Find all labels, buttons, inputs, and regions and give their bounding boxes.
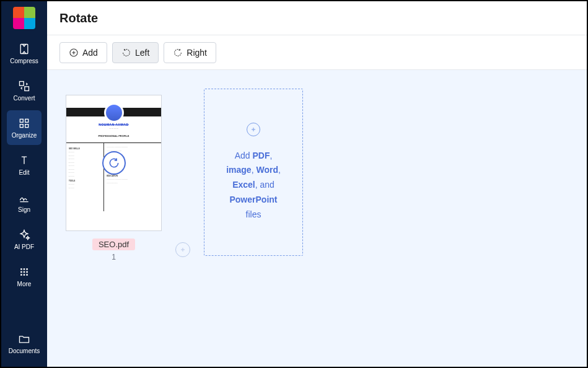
svg-rect-8 — [24, 268, 25, 270]
dz-prefix: Add — [235, 151, 253, 160]
sidebar-item-label: Compress — [10, 58, 38, 64]
main: Rotate Add Left Right NOUMAN AHMAD — — —… — [47, 1, 587, 367]
svg-rect-14 — [24, 274, 25, 276]
dz-type: image — [226, 165, 251, 175]
sidebar-item-label: More — [17, 281, 32, 287]
button-label: Left — [135, 48, 149, 58]
plus-icon — [179, 246, 186, 253]
button-label: Add — [82, 48, 98, 58]
svg-rect-13 — [20, 274, 22, 276]
rotate-overlay-button[interactable] — [102, 151, 126, 175]
plus-circle-icon — [247, 123, 260, 136]
button-label: Right — [186, 48, 207, 58]
svg-rect-12 — [26, 271, 28, 273]
preview-subtitle: SEO SKILLS — [69, 147, 101, 150]
sidebar-item-compress[interactable]: Compress — [7, 36, 42, 71]
svg-rect-11 — [24, 271, 25, 273]
preview-subtitle: EDUCATION — [107, 175, 159, 177]
sidebar-item-label: Documents — [9, 348, 40, 354]
svg-rect-2 — [25, 86, 29, 90]
sidebar-item-edit[interactable]: Edit — [7, 147, 42, 182]
organize-icon — [18, 117, 30, 129]
folder-icon — [18, 333, 30, 345]
document-filename: SEO.pdf — [92, 239, 135, 250]
dropzone-text: Add PDF, image, Word, Excel, and PowerPo… — [226, 149, 281, 222]
app-logo[interactable] — [1, 1, 47, 35]
rotate-left-button[interactable]: Left — [112, 42, 159, 63]
add-file-dropzone[interactable]: Add PDF, image, Word, Excel, and PowerPo… — [204, 89, 303, 256]
dz-type: PowerPoint — [229, 195, 277, 204]
svg-rect-3 — [20, 119, 23, 122]
edit-icon — [18, 154, 30, 167]
svg-rect-4 — [25, 119, 29, 122]
header: Rotate — [47, 1, 587, 35]
add-button[interactable]: Add — [59, 42, 107, 63]
preview-name: NOUMAN AHMAD — [66, 123, 161, 126]
sidebar-item-convert[interactable]: Convert — [7, 73, 42, 108]
document-thumbnail[interactable]: NOUMAN AHMAD — — — — PROFESSIONAL PROFIL… — [66, 95, 162, 231]
sidebar: Compress Convert Organize Edit Sign AI P… — [1, 1, 47, 367]
dz-type: Word — [256, 165, 278, 175]
dz-type: PDF — [252, 151, 270, 160]
sidebar-item-more[interactable]: More — [7, 259, 42, 294]
sidebar-item-ai-pdf[interactable]: AI PDF — [7, 222, 42, 256]
toolbar: Add Left Right — [47, 35, 587, 70]
svg-rect-9 — [26, 268, 28, 270]
sidebar-item-label: Edit — [19, 169, 29, 176]
svg-rect-1 — [20, 81, 24, 85]
sidebar-item-label: AI PDF — [14, 243, 34, 250]
insert-between-button[interactable] — [175, 242, 190, 257]
workspace: NOUMAN AHMAD — — — — PROFESSIONAL PROFIL… — [47, 70, 587, 367]
svg-rect-5 — [20, 124, 23, 127]
sidebar-item-sign[interactable]: Sign — [7, 185, 42, 219]
sidebar-item-label: Sign — [18, 206, 30, 213]
preview-section-title: PROFESSIONAL PROFILE — [66, 134, 161, 138]
dz-type: Excel — [232, 180, 255, 190]
page-title: Rotate — [59, 11, 98, 25]
svg-rect-7 — [20, 268, 22, 270]
dz-suffix: files — [246, 209, 261, 219]
rotate-right-icon — [173, 48, 183, 58]
rotate-right-icon — [108, 157, 120, 169]
sidebar-item-documents[interactable]: Documents — [7, 326, 42, 361]
ai-icon — [18, 229, 30, 241]
compress-icon — [18, 43, 30, 55]
sidebar-item-organize[interactable]: Organize — [7, 110, 42, 145]
document-page-number: 1 — [112, 253, 116, 261]
svg-rect-6 — [25, 124, 29, 127]
plus-circle-icon — [69, 48, 79, 58]
sign-icon — [18, 191, 30, 204]
rotate-right-button[interactable]: Right — [164, 42, 216, 63]
convert-icon — [18, 80, 30, 92]
svg-rect-10 — [20, 271, 22, 273]
document-card[interactable]: NOUMAN AHMAD — — — — PROFESSIONAL PROFIL… — [66, 95, 162, 261]
preview-subtitle: TOOLS — [69, 180, 101, 182]
dz-and: , and — [255, 180, 274, 190]
sidebar-item-label: Convert — [13, 95, 35, 102]
rotate-left-icon — [121, 48, 131, 58]
more-icon — [18, 266, 30, 278]
sidebar-item-label: Organize — [12, 132, 37, 139]
svg-rect-15 — [26, 274, 28, 276]
